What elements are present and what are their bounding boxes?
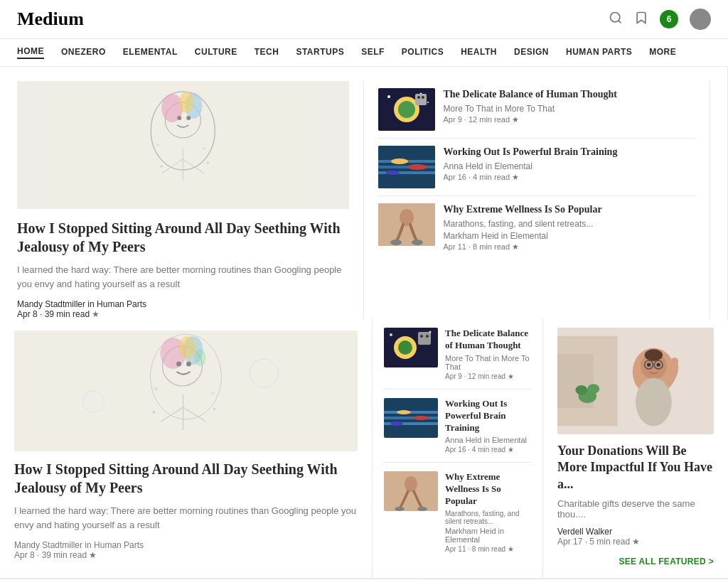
svg-point-21 <box>398 101 415 118</box>
hero-author: Mandy Stadtmiller in Human Parts <box>17 299 146 309</box>
nav-item-health[interactable]: HEALTH <box>461 47 497 58</box>
mid-content-1: Working Out Is Powerful Brain Training A… <box>444 146 696 188</box>
hero-col: How I Stopped Sitting Around All Day See… <box>0 319 373 578</box>
mid-thumb-b <box>384 398 438 438</box>
nav-item-human-parts[interactable]: HUMAN PARTS <box>566 47 632 58</box>
nav-item-tech[interactable]: TECH <box>255 47 279 58</box>
svg-point-10 <box>177 116 181 120</box>
mid-thumb-c <box>384 471 438 511</box>
mid-meta-0: Apr 9 · 12 min read ★ <box>444 115 696 124</box>
nav-item-elemental[interactable]: ELEMENTAL <box>123 47 178 58</box>
mid-pub2-2: Markham Heid in Elemental <box>444 231 696 241</box>
svg-rect-60 <box>418 332 431 345</box>
featured-grid: How I Stopped Sitting Around All Day See… <box>17 81 710 319</box>
mid-t-0: The Delicate Balance of Human Thought <box>445 328 531 352</box>
hero-image <box>17 81 349 209</box>
hero-date: Apr 8 · 39 min read <box>17 309 90 319</box>
mid-content-0: The Delicate Balance of Human Thought Mo… <box>444 88 696 131</box>
nav-item-design[interactable]: DESIGN <box>514 47 549 58</box>
svg-point-73 <box>405 476 417 492</box>
mid-desc-2: Marathons, fasting, and silent retreats.… <box>445 510 531 525</box>
svg-point-82 <box>647 363 651 367</box>
mid-p-2: Markham Heid in Elemental <box>445 527 531 544</box>
hero-meta: Mandy Stadtmiller in Human Parts Apr 8 ·… <box>17 299 349 319</box>
hero-image-2 <box>14 331 358 451</box>
logo: Medium <box>17 9 84 30</box>
hero-desc: I learned the hard way: There are better… <box>14 504 358 532</box>
nav-item-startups[interactable]: STARTUPS <box>296 47 344 58</box>
svg-point-0 <box>611 12 620 21</box>
mid-m-1: Apr 16 · 4 min read ★ <box>445 446 531 453</box>
bookmark-button[interactable] <box>634 11 648 28</box>
svg-point-75 <box>417 507 427 511</box>
svg-point-45 <box>195 349 206 366</box>
svg-point-92 <box>587 384 599 394</box>
svg-point-18 <box>207 162 209 164</box>
mid-t-1: Working Out Is Powerful Brain Training <box>445 398 531 434</box>
nav-item-politics[interactable]: POLITICS <box>402 47 444 58</box>
search-button[interactable] <box>609 11 623 28</box>
hero-title: How I Stopped Sitting Around All Day See… <box>17 219 349 256</box>
nav-item-more[interactable]: MORE <box>649 47 676 58</box>
svg-point-3 <box>693 23 707 30</box>
see-all: SEE ALL FEATURED > <box>557 547 714 569</box>
avatar[interactable] <box>690 9 711 30</box>
mid-info-0: The Delicate Balance of Human Thought Mo… <box>445 328 531 380</box>
nav-item-self[interactable]: SELF <box>361 47 385 58</box>
svg-point-9 <box>179 92 193 113</box>
mid-title-0: The Delicate Balance of Human Thought <box>444 88 696 101</box>
hero-title-2: How I Stopped Sitting Around All Day See… <box>14 460 358 497</box>
mid-art-2: Why Extreme Wellness Is So Popular Marat… <box>384 463 531 562</box>
mid-art-0: The Delicate Balance of Human Thought Mo… <box>384 319 531 390</box>
svg-point-44 <box>179 336 196 359</box>
mid-info-2: Why Extreme Wellness Is So Popular Marat… <box>445 471 531 553</box>
mid-article-1: Working Out Is Powerful Brain Training A… <box>378 139 696 196</box>
svg-point-17 <box>161 166 163 168</box>
middle-articles: The Delicate Balance of Human Thought Mo… <box>364 81 711 319</box>
nav-item-culture[interactable]: CULTURE <box>195 47 237 58</box>
mid-pub-2: Marathons, fasting, and silent retreats.… <box>444 219 696 229</box>
svg-point-64 <box>429 331 432 333</box>
mid-col: The Delicate Balance of Human Thought Mo… <box>373 319 543 578</box>
svg-point-63 <box>390 333 392 336</box>
svg-point-47 <box>186 362 191 367</box>
mid-pub-1: Anna Held in Elemental <box>444 161 696 171</box>
header-nav: 6 <box>609 9 711 30</box>
svg-point-34 <box>385 171 400 175</box>
svg-point-52 <box>212 392 215 394</box>
see-all-link[interactable]: SEE ALL FEATURED > <box>619 557 714 566</box>
mid-info-1: Working Out Is Powerful Brain Training A… <box>445 398 531 454</box>
svg-point-83 <box>657 363 660 367</box>
hero-article: How I Stopped Sitting Around All Day See… <box>17 81 364 319</box>
mid-article-2: Why Extreme Wellness Is So Popular Marat… <box>378 196 696 259</box>
svg-point-26 <box>417 96 420 99</box>
right-thumb <box>557 328 714 434</box>
svg-point-74 <box>395 507 405 511</box>
mid-article-0: The Delicate Balance of Human Thought Mo… <box>378 81 696 139</box>
right-feat-meta: Verdell Walker Apr 17 · 5 min read ★ <box>557 527 714 547</box>
svg-point-62 <box>426 335 429 338</box>
mid-t-2: Why Extreme Wellness Is So Popular <box>445 471 531 508</box>
mid-thumb-2 <box>378 203 435 246</box>
svg-point-33 <box>407 164 427 170</box>
svg-point-27 <box>422 96 424 99</box>
nav-item-onezero[interactable]: ONEZERO <box>61 47 106 58</box>
mid-title-2: Why Extreme Wellness Is So Popular <box>444 203 696 216</box>
svg-point-2 <box>696 13 705 21</box>
svg-point-61 <box>420 335 423 338</box>
hero-author-2: Mandy Stadtmiller in Human Parts Apr 8 ·… <box>14 540 358 560</box>
svg-point-16 <box>203 147 205 150</box>
header: Medium 6 <box>0 0 728 39</box>
mid-art-1: Working Out Is Powerful Brain Training A… <box>384 390 531 463</box>
hero-subtitle: I learned the hard way: There are better… <box>17 263 349 291</box>
svg-rect-25 <box>415 94 427 105</box>
svg-point-37 <box>390 240 402 245</box>
nav-item-home[interactable]: HOME <box>17 46 44 59</box>
svg-point-87 <box>671 358 678 365</box>
svg-point-36 <box>400 209 414 226</box>
mid-pub-0: More To That in More To That <box>444 104 696 114</box>
mid-content-2: Why Extreme Wellness Is So Popular Marat… <box>444 203 696 252</box>
mid-meta-2: Apr 11 · 8 min read ★ <box>444 242 696 252</box>
mid-meta-1: Apr 16 · 4 min read ★ <box>444 173 696 182</box>
notification-badge[interactable]: 6 <box>660 10 678 28</box>
